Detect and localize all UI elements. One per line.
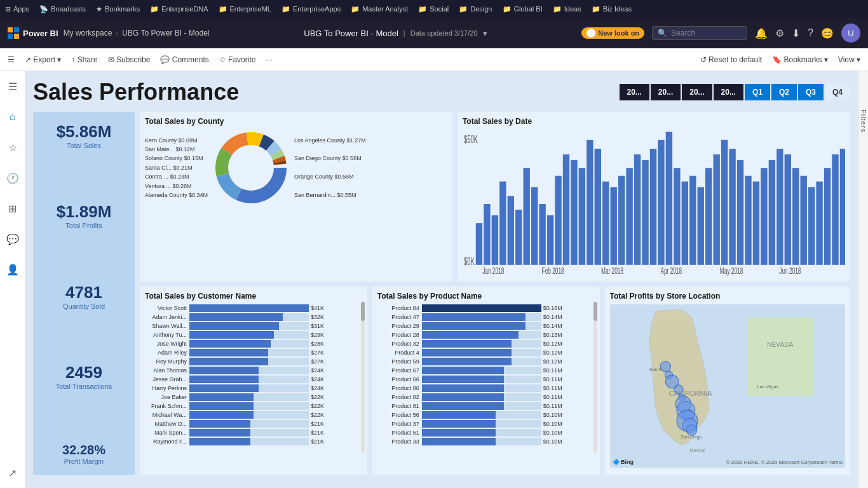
export-button[interactable]: ↗ Export ▾ xyxy=(25,55,61,64)
period-2017a[interactable]: 20... xyxy=(620,84,649,100)
svg-rect-24 xyxy=(531,187,538,264)
period-2017d[interactable]: 20... xyxy=(714,84,743,100)
table-row: Harry Perkins $24K xyxy=(145,384,362,392)
period-buttons: 20... 20... 20... 20... Q1 Q2 Q3 Q4 xyxy=(620,84,851,100)
svg-rect-3 xyxy=(14,34,19,39)
period-q3[interactable]: Q3 xyxy=(798,84,824,100)
svg-rect-50 xyxy=(737,160,743,265)
period-q1[interactable]: Q1 xyxy=(745,84,770,100)
filters-label[interactable]: Filters xyxy=(860,109,867,133)
table-row: Product 33 $0.10M xyxy=(377,438,595,445)
svg-rect-34 xyxy=(610,187,616,264)
bm-social[interactable]: 📁 Social xyxy=(418,5,449,13)
share-button[interactable]: ↑ Share xyxy=(71,55,97,64)
download-icon[interactable]: ⬇ xyxy=(792,27,800,39)
bm-masteranalyst[interactable]: 📁 Master Analyst xyxy=(351,5,408,13)
svg-point-85 xyxy=(674,384,682,393)
bm-enterpriseml[interactable]: 📁 EnterpriseML xyxy=(219,5,271,13)
sidebar-hamburger[interactable]: ☰ xyxy=(3,76,23,97)
notification-icon[interactable]: 🔔 xyxy=(755,27,768,39)
dashboard-content: Sales Performance 20... 20... 20... 20..… xyxy=(25,71,858,488)
table-row: Product 59 $0.12M xyxy=(377,358,595,365)
svg-rect-33 xyxy=(602,182,609,265)
customer-chart-title: Total Sales by Customer Name xyxy=(145,292,362,301)
svg-point-92 xyxy=(686,424,696,435)
bm-enterprisedna[interactable]: 📁 EnterpriseDNA xyxy=(150,5,208,13)
sidebar-chat[interactable]: 💬 xyxy=(3,229,23,249)
scrollbar-thumb-product[interactable] xyxy=(593,302,597,321)
table-row: Raymond F... $21K xyxy=(145,438,362,445)
bm-globalbi[interactable]: 📁 Global BI xyxy=(503,5,543,13)
svg-rect-2 xyxy=(8,34,13,39)
bm-bookmarks[interactable]: ★ Bookmarks xyxy=(96,5,140,13)
svg-rect-52 xyxy=(753,182,759,265)
svg-text:Jan 2018: Jan 2018 xyxy=(482,266,504,276)
sidebar-person[interactable]: 👤 xyxy=(3,259,23,280)
sidebar-home[interactable]: ⌂ xyxy=(3,107,23,127)
kpi-profits-value: $1.89M xyxy=(41,202,127,222)
svg-rect-21 xyxy=(507,196,513,265)
comments-button[interactable]: 💬 Comments xyxy=(160,55,208,64)
search-box[interactable]: 🔍 Search xyxy=(652,26,747,40)
view-button[interactable]: View ▾ xyxy=(838,55,860,64)
subscribe-button[interactable]: ✉ Subscribe xyxy=(108,55,151,64)
svg-text:Las Vegas: Las Vegas xyxy=(757,383,778,389)
donut-labels-left: Kern County $0.09M San Mate... $0.12M So… xyxy=(145,136,208,200)
scrollbar-thumb[interactable] xyxy=(361,302,365,321)
table-row: Product 4 $0.12M xyxy=(377,349,595,356)
svg-rect-23 xyxy=(523,168,529,265)
svg-rect-0 xyxy=(8,27,13,32)
table-row: Jose Wright $28K xyxy=(145,340,362,348)
bm-broadcasts[interactable]: 📡 Broadcasts xyxy=(39,5,86,13)
map-chart-card: Total Profits by Store Location NEVADA xyxy=(605,287,851,475)
svg-rect-25 xyxy=(539,204,545,265)
favorite-button[interactable]: ☆ Favorite xyxy=(219,55,256,64)
settings-icon[interactable]: ⚙ xyxy=(775,27,784,39)
bm-ideas[interactable]: 📁 Ideas xyxy=(553,5,581,13)
table-row: Product 47 $0.14M xyxy=(377,313,595,321)
nav-model[interactable]: UBG To Power BI - Model xyxy=(122,29,209,37)
bookmarks-button[interactable]: 🔖 Bookmarks ▾ xyxy=(772,55,828,64)
table-row: Product 32 $0.12M xyxy=(377,340,595,348)
map-copyright: © 2020 HERE. © 2020 Microsoft Corporatio… xyxy=(726,459,843,465)
bm-apps[interactable]: ⊞ Apps xyxy=(5,5,29,13)
table-row: Mark Spen... $21K xyxy=(145,429,362,437)
sidebar-expand[interactable]: ↗ xyxy=(3,463,23,483)
avatar[interactable]: U xyxy=(841,24,860,43)
bm-design[interactable]: 📁 Design xyxy=(459,5,492,13)
nav-workspace[interactable]: My workspace xyxy=(64,29,112,37)
emoji-icon[interactable]: 😊 xyxy=(821,27,834,39)
sidebar-star[interactable]: ☆ xyxy=(3,137,23,158)
period-q2[interactable]: Q2 xyxy=(771,84,797,100)
kpi-profits-label: Total Profits xyxy=(41,222,127,229)
reset-button[interactable]: ↺ Reset to default xyxy=(700,55,762,64)
svg-rect-36 xyxy=(626,168,632,265)
header-title: UBG To Power BI - Model | Data updated 3… xyxy=(214,29,576,38)
period-2017c[interactable]: 20... xyxy=(682,84,712,100)
kpi-transactions-value: 2459 xyxy=(41,363,127,383)
kpi-quantity-value: 4781 xyxy=(41,283,127,302)
donut-chart-title: Total Sales by County xyxy=(145,117,447,126)
table-row: Adam Jenki... $32K xyxy=(145,313,362,321)
more-button[interactable]: ··· xyxy=(266,55,272,64)
scrollbar-track-product xyxy=(593,302,597,453)
bm-bizideas[interactable]: 📁 Biz Ideas xyxy=(592,5,632,13)
hamburger-button[interactable]: ☰ xyxy=(8,55,15,64)
new-look-toggle[interactable]: New look on xyxy=(581,27,644,39)
bm-enterpriseapps[interactable]: 📁 EnterpriseApps xyxy=(281,5,341,13)
svg-rect-49 xyxy=(729,149,735,265)
kpi-panel: $5.86M Total Sales $1.89M Total Profits … xyxy=(33,112,135,475)
kpi-margin: 32.28% Profit Margin xyxy=(41,443,127,465)
sidebar-apps[interactable]: ⊞ xyxy=(3,198,23,219)
help-icon[interactable]: ? xyxy=(808,27,813,39)
header-actions: New look on 🔍 Search 🔔 ⚙ ⬇ ? 😊 U xyxy=(581,24,860,43)
breadcrumb: My workspace › UBG To Power BI - Model xyxy=(64,29,210,37)
app-header: Power BI My workspace › UBG To Power BI … xyxy=(0,18,868,48)
period-q4[interactable]: Q4 xyxy=(825,84,850,100)
date-chart-title: Total Sales by Date xyxy=(463,117,845,126)
kpi-margin-value: 32.28% xyxy=(41,443,127,458)
period-2017b[interactable]: 20... xyxy=(651,84,681,100)
table-row: Product 29 $0.14M xyxy=(377,322,595,330)
svg-rect-56 xyxy=(784,154,790,265)
sidebar-recent[interactable]: 🕐 xyxy=(3,168,23,188)
